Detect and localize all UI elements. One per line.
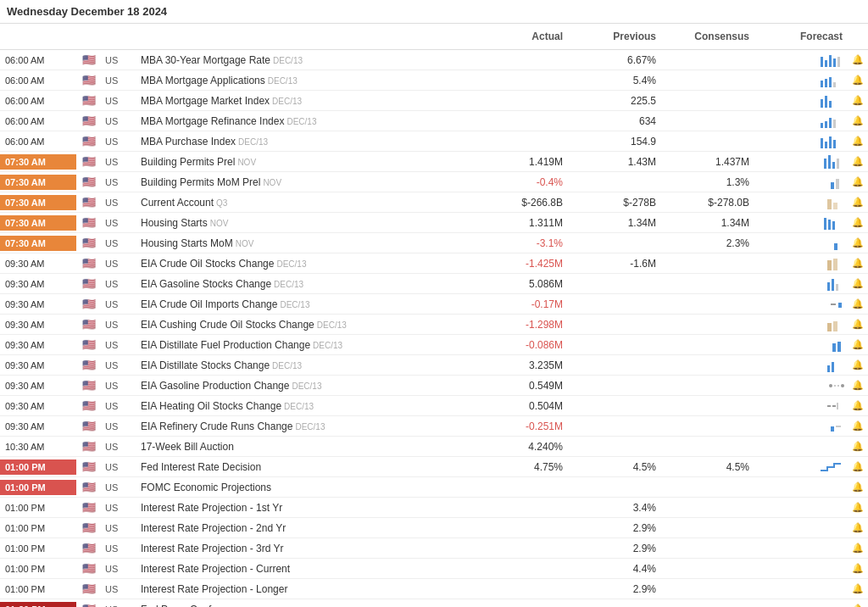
bell-icon[interactable]: 🔔 xyxy=(848,134,868,148)
bell-icon[interactable]: 🔔 xyxy=(848,256,868,270)
table-row[interactable]: 07:30 AM🇺🇸USHousing StartsNOV1.311M1.34M… xyxy=(0,213,868,233)
bell-icon[interactable]: 🔔 xyxy=(848,521,868,535)
event-name-cell[interactable]: Interest Rate Projection - 2nd Yr xyxy=(136,521,475,536)
forecast-chart xyxy=(754,337,848,354)
table-row[interactable]: 09:30 AM🇺🇸USEIA Distillate Stocks Change… xyxy=(0,355,868,376)
table-row[interactable]: 06:00 AM🇺🇸USMBA Mortgage Market IndexDEC… xyxy=(0,91,868,111)
event-name-cell[interactable]: EIA Cushing Crude Oil Stocks ChangeDEC/1… xyxy=(136,317,475,332)
flag-header xyxy=(76,27,102,46)
svg-rect-51 xyxy=(831,426,834,432)
event-name-cell[interactable]: Housing StartsNOV xyxy=(136,215,475,231)
bell-icon[interactable]: 🔔 xyxy=(848,439,868,454)
table-row[interactable]: 09:30 AM🇺🇸USEIA Crude Oil Imports Change… xyxy=(0,294,868,315)
table-row[interactable]: 06:00 AM🇺🇸USMBA Mortgage ApplicationsDEC… xyxy=(0,70,868,91)
event-name-cell[interactable]: EIA Gasoline Stocks ChangeDEC/13 xyxy=(136,276,475,292)
table-row[interactable]: 01:00 PM🇺🇸USInterest Rate Projection - 3… xyxy=(0,538,868,559)
bell-icon[interactable]: 🔔 xyxy=(848,358,868,372)
event-name-cell[interactable]: MBA Mortgage Market IndexDEC/13 xyxy=(136,93,475,109)
flag-icon: 🇺🇸 xyxy=(76,601,102,607)
table-row[interactable]: 10:30 AM🇺🇸US17-Week Bill Auction4.240%🔔 xyxy=(0,437,868,457)
bell-icon[interactable]: 🔔 xyxy=(848,236,868,250)
table-row[interactable]: 09:30 AM🇺🇸USEIA Distillate Fuel Producti… xyxy=(0,335,868,355)
bell-icon[interactable]: 🔔 xyxy=(848,215,868,230)
event-name-cell[interactable]: 17-Week Bill Auction xyxy=(136,439,475,454)
event-name-cell[interactable]: EIA Crude Oil Stocks ChangeDEC/13 xyxy=(136,256,475,271)
bell-icon[interactable]: 🔔 xyxy=(848,500,868,515)
bell-icon[interactable]: 🔔 xyxy=(848,337,868,352)
event-name-cell[interactable]: Housing Starts MoMNOV xyxy=(136,236,475,251)
table-row[interactable]: 01:00 PM🇺🇸USInterest Rate Projection - 1… xyxy=(0,498,868,518)
event-name-cell[interactable]: MBA Mortgage ApplicationsDEC/13 xyxy=(136,73,475,88)
event-name-cell[interactable]: Interest Rate Projection - Current xyxy=(136,561,475,576)
table-row[interactable]: 07:30 AM🇺🇸USBuilding Permits PrelNOV1.41… xyxy=(0,152,868,172)
event-name-cell[interactable]: MBA Purchase IndexDEC/13 xyxy=(136,134,475,149)
bell-icon[interactable]: 🔔 xyxy=(848,93,868,108)
country-cell: US xyxy=(102,460,136,474)
table-row[interactable]: 09:30 AM🇺🇸USEIA Crude Oil Stocks ChangeD… xyxy=(0,253,868,274)
bell-icon[interactable]: 🔔 xyxy=(848,276,868,291)
table-row[interactable]: 09:30 AM🇺🇸USEIA Cushing Crude Oil Stocks… xyxy=(0,315,868,335)
bell-icon[interactable]: 🔔 xyxy=(848,195,868,209)
event-name-cell[interactable]: EIA Gasoline Production ChangeDEC/13 xyxy=(136,378,475,393)
consensus-value: 1.34M xyxy=(661,215,754,231)
event-name-cell[interactable]: MBA Mortgage Refinance IndexDEC/13 xyxy=(136,114,475,129)
event-name-cell[interactable]: EIA Crude Oil Imports ChangeDEC/13 xyxy=(136,297,475,312)
table-row[interactable]: 01:30 PM🇺🇸USFed Press Conference🔔 xyxy=(0,599,868,607)
event-name-cell[interactable]: Building Permits MoM PrelNOV xyxy=(136,175,475,190)
event-name-cell[interactable]: Interest Rate Projection - 3rd Yr xyxy=(136,541,475,556)
table-row[interactable]: 06:00 AM🇺🇸USMBA Purchase IndexDEC/13154.… xyxy=(0,131,868,152)
flag-icon: 🇺🇸 xyxy=(76,113,102,129)
time-cell: 06:00 AM xyxy=(0,114,76,129)
table-row[interactable]: 01:00 PM🇺🇸USInterest Rate Projection - L… xyxy=(0,579,868,599)
bell-icon[interactable]: 🔔 xyxy=(848,419,868,433)
event-name-cell[interactable]: Interest Rate Projection - 1st Yr xyxy=(136,500,475,515)
bell-icon[interactable]: 🔔 xyxy=(848,582,868,596)
previous-value xyxy=(568,486,661,489)
bell-icon[interactable]: 🔔 xyxy=(848,541,868,555)
event-name-cell[interactable]: MBA 30-Year Mortgage RateDEC/13 xyxy=(136,53,475,68)
event-name-cell[interactable]: EIA Distillate Fuel Production ChangeDEC… xyxy=(136,337,475,353)
svg-rect-43 xyxy=(827,365,830,372)
bell-icon[interactable]: 🔔 xyxy=(848,459,868,474)
table-row[interactable]: 01:00 PM🇺🇸USInterest Rate Projection - C… xyxy=(0,559,868,579)
table-row[interactable]: 01:00 PM🇺🇸USFOMC Economic Projections🔔 xyxy=(0,477,868,498)
event-header xyxy=(136,27,475,46)
bell-icon[interactable]: 🔔 xyxy=(848,317,868,331)
event-name-cell[interactable]: Fed Press Conference xyxy=(136,602,475,608)
svg-rect-41 xyxy=(832,343,836,352)
bell-icon[interactable]: 🔔 xyxy=(848,175,868,189)
table-row[interactable]: 09:30 AM🇺🇸USEIA Gasoline Stocks ChangeDE… xyxy=(0,274,868,294)
previous-value: 154.9 xyxy=(568,134,661,149)
actual-value: 0.504M xyxy=(475,398,568,414)
table-row[interactable]: 07:30 AM🇺🇸USCurrent AccountQ3$-266.8B$-2… xyxy=(0,192,868,213)
table-row[interactable]: 09:30 AM🇺🇸USEIA Heating Oil Stocks Chang… xyxy=(0,396,868,416)
bell-icon[interactable]: 🔔 xyxy=(848,154,868,169)
bell-icon[interactable]: 🔔 xyxy=(848,114,868,128)
bell-icon[interactable]: 🔔 xyxy=(848,378,868,393)
table-row[interactable]: 09:30 AM🇺🇸USEIA Refinery Crude Runs Chan… xyxy=(0,416,868,437)
table-row[interactable]: 01:00 PM🇺🇸USFed Interest Rate Decision4.… xyxy=(0,457,868,477)
bell-icon[interactable]: 🔔 xyxy=(848,73,868,87)
table-row[interactable]: 09:30 AM🇺🇸USEIA Gasoline Production Chan… xyxy=(0,376,868,396)
table-row[interactable]: 01:00 PM🇺🇸USInterest Rate Projection - 2… xyxy=(0,518,868,538)
bell-icon[interactable]: 🔔 xyxy=(848,398,868,413)
table-row[interactable]: 07:30 AM🇺🇸USBuilding Permits MoM PrelNOV… xyxy=(0,172,868,192)
event-name-cell[interactable]: Current AccountQ3 xyxy=(136,195,475,210)
event-name-cell[interactable]: EIA Heating Oil Stocks ChangeDEC/13 xyxy=(136,398,475,414)
bell-icon[interactable]: 🔔 xyxy=(848,53,868,67)
bell-icon[interactable]: 🔔 xyxy=(848,561,868,576)
forecast-chart xyxy=(754,214,848,231)
bell-icon[interactable]: 🔔 xyxy=(848,602,868,607)
event-name-cell[interactable]: Building Permits PrelNOV xyxy=(136,154,475,170)
time-cell: 06:00 AM xyxy=(0,134,76,149)
table-row[interactable]: 07:30 AM🇺🇸USHousing Starts MoMNOV-3.1%2.… xyxy=(0,233,868,253)
event-name-cell[interactable]: FOMC Economic Projections xyxy=(136,480,475,495)
table-row[interactable]: 06:00 AM🇺🇸USMBA 30-Year Mortgage RateDEC… xyxy=(0,50,868,70)
event-name-cell[interactable]: Fed Interest Rate Decision xyxy=(136,459,475,475)
event-name-cell[interactable]: EIA Distillate Stocks ChangeDEC/13 xyxy=(136,358,475,373)
bell-icon[interactable]: 🔔 xyxy=(848,480,868,494)
table-row[interactable]: 06:00 AM🇺🇸USMBA Mortgage Refinance Index… xyxy=(0,111,868,131)
event-name-cell[interactable]: Interest Rate Projection - Longer xyxy=(136,582,475,597)
bell-icon[interactable]: 🔔 xyxy=(848,297,868,311)
event-name-cell[interactable]: EIA Refinery Crude Runs ChangeDEC/13 xyxy=(136,419,475,434)
